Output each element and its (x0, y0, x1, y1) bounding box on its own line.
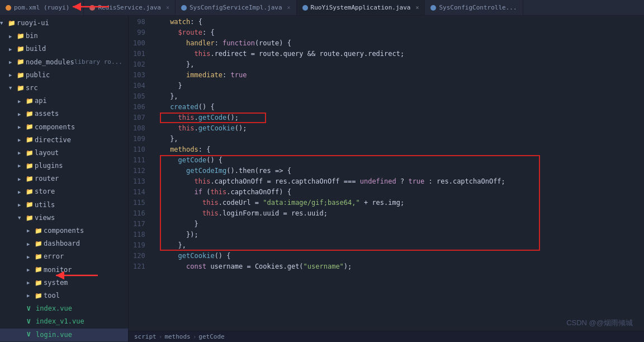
folder-icon: 📁 (17, 57, 26, 67)
sidebar-item-components2[interactable]: ▶📁components (0, 224, 128, 237)
sidebar-item-node_modules[interactable]: ▶📁node_modules library ro... (0, 56, 128, 69)
code-line: }, (160, 59, 644, 70)
line-number: 116 (133, 208, 145, 219)
token-plain: : (215, 38, 222, 49)
code-line: if (this.captchaOnOff) { (160, 187, 644, 198)
code-line: this.redirect = route.query && route.que… (160, 49, 644, 59)
tab-redis[interactable]: RedisService.java × (84, 0, 176, 15)
token-plain (162, 38, 186, 49)
tab-icon-sysconfig (181, 5, 187, 11)
token-plain: } (162, 81, 182, 91)
sidebar-item-index-v1-vue[interactable]: Vindex_v1.vue (0, 315, 128, 328)
folder-arrow-icon: ▶ (18, 136, 26, 144)
sidebar-item-layout[interactable]: ▶📁layout (0, 147, 128, 160)
sidebar-item-components[interactable]: ▶📁components (0, 121, 128, 134)
tab-bar: pom.xml (ruoyi) × RedisService.java × Sy… (0, 0, 644, 16)
gutter-cell (150, 38, 160, 49)
sidebar-item-router[interactable]: ▶📁router (0, 172, 128, 185)
line-numbers: 9899100101102103104105106107108109110111… (129, 16, 150, 331)
token-kw: undefined (360, 176, 396, 187)
tree-item-label: store (35, 186, 55, 197)
folder-icon: 📁 (35, 278, 44, 288)
folder-arrow-icon: ▶ (18, 97, 26, 105)
sidebar-item-dashboard[interactable]: ▶📁dashboard (0, 237, 128, 250)
line-number: 101 (133, 49, 145, 59)
token-plain (162, 187, 195, 198)
line-number: 121 (133, 261, 145, 272)
tab-icon-pom (6, 5, 11, 11)
tab-close-ruoyi[interactable]: × (415, 4, 419, 11)
sidebar[interactable]: ▼📁ruoyi-ui▶📁bin▶📁build▶📁node_modules lib… (0, 16, 129, 342)
gutter-cell (150, 113, 160, 123)
gutter-cell (150, 17, 160, 27)
sidebar-item-public[interactable]: ▶📁public (0, 69, 128, 82)
folder-icon: 📁 (35, 226, 44, 236)
token-plain: : { (198, 144, 211, 155)
token-plain: (); (235, 123, 247, 134)
folder-arrow-icon: ▶ (18, 110, 26, 118)
token-this-kw: this (202, 198, 219, 208)
sidebar-item-bin[interactable]: ▶📁bin (0, 30, 128, 43)
sidebar-item-plugins[interactable]: ▶📁plugins (0, 160, 128, 172)
code-line: this.codeUrl = "data:image/gif;base64," … (160, 198, 644, 208)
sidebar-item-views[interactable]: ▼📁views (0, 212, 128, 224)
tab-close-redis[interactable]: × (166, 4, 169, 11)
tab-label-redis: RedisService.java (98, 4, 161, 11)
folder-arrow-icon: ▶ (18, 149, 26, 157)
code-line: created() { (160, 102, 644, 113)
code-line: }, (160, 134, 644, 144)
tab-sysconfig[interactable]: SysConfigServiceImpl.java × (176, 0, 297, 15)
sidebar-item-utils[interactable]: ▶📁utils (0, 199, 128, 212)
token-plain (162, 251, 178, 261)
tree-item-label: index.vue (36, 303, 72, 314)
folder-arrow-icon: ▶ (18, 188, 26, 196)
sidebar-item-index-vue[interactable]: Vindex.vue (0, 302, 128, 315)
sidebar-item-error[interactable]: ▶📁error (0, 250, 128, 263)
tree-item-label: public (26, 70, 50, 81)
token-plain: . (195, 123, 198, 134)
token-plain: ().then(res => { (226, 166, 291, 176)
token-kw: true (231, 70, 247, 81)
sidebar-item-assets[interactable]: ▶📁assets (0, 107, 128, 120)
sidebar-item-src[interactable]: ▼📁src (0, 82, 128, 95)
sidebar-item-directive[interactable]: ▶📁directive (0, 134, 128, 147)
tree-item-label: ruoyi-ui (17, 18, 49, 29)
token-plain: }); (162, 229, 198, 240)
breadcrumb-separator: › (159, 333, 163, 340)
tree-item-label: utils (35, 200, 55, 210)
folder-arrow-icon: ▶ (9, 45, 17, 53)
sidebar-item-build[interactable]: ▶📁build (0, 43, 128, 55)
tab-ruoyi[interactable]: RuoYiSystemApplication.java × (297, 0, 425, 15)
sidebar-item-monitor[interactable]: ▶📁monitor (0, 264, 128, 277)
tree-item-label: plugins (35, 161, 63, 171)
gutter-cell (150, 229, 160, 240)
sidebar-item-login-vue[interactable]: Vlogin.vue (0, 329, 128, 341)
folder-arrow-icon: ▶ (27, 279, 35, 287)
folder-arrow-icon: ▶ (18, 123, 26, 131)
tab-pom[interactable]: pom.xml (ruoyi) × (0, 0, 84, 15)
gutter-cell (150, 198, 160, 208)
tab-close-pom[interactable]: × (74, 4, 78, 11)
sidebar-item-ruoyi-ui[interactable]: ▼📁ruoyi-ui (0, 17, 128, 30)
token-plain: }, (162, 134, 178, 144)
tab-close-sysconfig[interactable]: × (287, 4, 291, 11)
gutter-cell (150, 70, 160, 81)
code-area[interactable]: 9899100101102103104105106107108109110111… (129, 16, 644, 331)
token-plain: : (222, 70, 230, 81)
token-plain: () { (215, 251, 231, 261)
sidebar-item-tool[interactable]: ▶📁tool (0, 289, 128, 302)
sidebar-item-system[interactable]: ▶📁system (0, 277, 128, 289)
code-line: const username = Cookies.get("username")… (160, 261, 644, 272)
sidebar-item-store[interactable]: ▶📁store (0, 185, 128, 198)
tab-syscontroller[interactable]: SysConfigControlle... (425, 0, 523, 15)
gutter-cell (150, 166, 160, 176)
file-icon: V (27, 304, 36, 314)
token-plain (162, 144, 170, 155)
tree-item-label: router (35, 174, 59, 184)
folder-icon: 📁 (17, 44, 26, 54)
token-this-kw: this (194, 176, 210, 187)
folder-arrow-icon: ▶ (9, 58, 17, 66)
tree-item-label: api (35, 96, 47, 106)
sidebar-item-api[interactable]: ▶📁api (0, 95, 128, 107)
tree-item-label: build (26, 44, 46, 54)
